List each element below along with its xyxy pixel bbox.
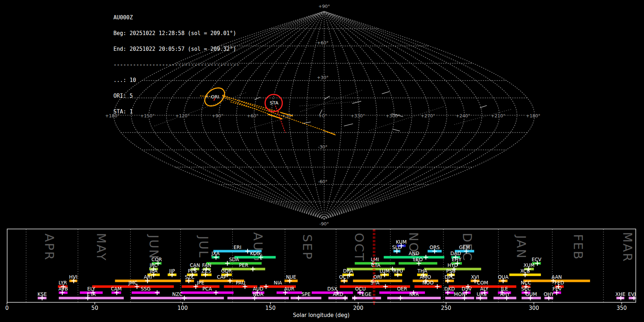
shower-code-label: DRA (343, 268, 353, 274)
lat-label: -30° (318, 144, 328, 150)
shower-EGE: EGE (352, 291, 381, 301)
shower-ORS: ORS (428, 244, 441, 254)
shower-peak-marker (245, 249, 250, 254)
shower-code-label: SPE (302, 291, 311, 297)
month-label-JUN: JUN (147, 234, 161, 259)
shower-code-label: RPU (393, 268, 403, 274)
separator-line: --------------------------------------- (113, 62, 239, 68)
lon-label: +210° (491, 113, 506, 118)
shower-code-label: LYR (59, 280, 67, 286)
shower-peak-marker (352, 296, 357, 301)
shower-code-label: ERI (234, 244, 241, 250)
shower-code-label: FED (555, 280, 564, 286)
radiant-STA: STA (265, 94, 282, 112)
shower-code-label: COM (477, 280, 488, 286)
shower-bar (59, 297, 124, 299)
shower-DPC: DPC (445, 274, 455, 283)
x-tick-label: 0 (5, 305, 9, 311)
month-label-MAR: MAR (620, 232, 635, 262)
shower-code-label: SLD (392, 244, 402, 250)
shower-code-label: EGE (362, 291, 372, 297)
shower-code-label: JEA (150, 268, 158, 274)
shower-code-label: ETA (87, 291, 96, 297)
lat-label: +60° (317, 40, 329, 45)
shower-bar (206, 262, 262, 265)
shower-peak-marker (343, 296, 347, 301)
shower-code-label: NOO (423, 280, 434, 286)
shower-peak-marker (182, 296, 187, 301)
shower-EVI: EVI (628, 291, 636, 301)
shower-peak-marker (296, 296, 301, 301)
shower-code-label: ELY (87, 286, 96, 292)
count-ori: ORI: 5 (113, 93, 239, 99)
shower-code-label: PPS (188, 268, 197, 274)
shower-code-label: KCG (250, 250, 260, 256)
shower-code-label: GEM (459, 244, 470, 250)
shower-code-label: JMC (128, 280, 137, 286)
shower-code-label: ARI (144, 274, 152, 280)
x-tick-label: 300 (529, 305, 539, 311)
shower-DKD: DKD (444, 286, 455, 295)
shower-bar (224, 286, 257, 288)
shower-bar (312, 292, 353, 294)
lat-label: -60° (318, 179, 328, 184)
sporadic-trail (352, 101, 361, 103)
month-label-JUL: JUL (196, 235, 211, 259)
shower-peak-marker (398, 296, 403, 301)
shower-code-label: AUD (253, 286, 264, 292)
shower-code-label: CAP (217, 274, 226, 280)
obs-begin: Beg: 20251022 12:28:58 (sol = 209.01°) (113, 31, 239, 36)
x-tick-label: 350 (616, 305, 627, 311)
shower-code-label: DAD (450, 250, 461, 256)
month-label-OCT: OCT (352, 233, 366, 262)
shower-code-label: DSX (327, 286, 337, 292)
shower-bar (182, 286, 220, 288)
shower-code-label: XUM (523, 262, 535, 268)
plot-canvas: +180°+150°+120°+90°+60°+30°+0°+330°+300°… (0, 0, 644, 322)
shower-code-label: AUR (284, 286, 294, 292)
shower-code-label: DPC (445, 274, 455, 280)
shower-code-label: XHE (615, 291, 625, 297)
sporadic-trail (344, 124, 353, 126)
shower-code-label: AND (409, 250, 419, 256)
shower-bar (228, 297, 289, 299)
pole-label-bottom: -90° (319, 221, 329, 226)
shower-code-label: EVI (628, 291, 636, 297)
shower-bar (181, 292, 234, 294)
shower-code-label: OCU (355, 286, 366, 292)
x-axis (7, 302, 622, 304)
info-panel: AU000Z Beg: 20251022 12:28:58 (sol = 209… (113, 5, 239, 125)
shower-code-label: HVI (69, 274, 77, 280)
shower-peak-marker (250, 267, 255, 272)
shower-code-label: ORS (430, 244, 440, 250)
lon-label: +0° (318, 113, 327, 118)
shower-peak-marker (424, 255, 428, 260)
shower-code-label: PER (239, 262, 248, 268)
shower-code-label: XVI (471, 274, 479, 280)
shower-peak-marker (155, 291, 160, 295)
count-sta: STA: 1 (113, 109, 239, 114)
month-label-MAY: MAY (94, 233, 108, 262)
shower-bar (277, 292, 302, 294)
lon-label: +60° (247, 113, 259, 118)
shower-SZC: SZC (185, 274, 194, 283)
shower-code-label: GUM (526, 291, 537, 297)
shower-NUE: NUE (284, 274, 298, 283)
lon-label: +270° (421, 113, 435, 118)
shower-bar (387, 297, 441, 299)
shower-peak-marker (228, 279, 232, 283)
sporadic-trail (255, 97, 260, 99)
shower-RPU: RPU (393, 268, 403, 277)
shower-code-label: LEO (413, 257, 423, 262)
shower-code-label: OCT (339, 274, 350, 280)
shower-code-label: JRC (149, 262, 157, 268)
sporadic-meteor-trails (206, 92, 487, 131)
shower-code-label: GDR (221, 268, 232, 274)
radiant-plot-screenshot: +180°+150°+120°+90°+60°+30°+0°+330°+300°… (0, 0, 644, 322)
x-tick-label: 150 (265, 305, 276, 311)
shower-code-label: AHY (500, 291, 510, 297)
shower-code-label: QUA (498, 274, 509, 280)
x-tick-label: 100 (177, 305, 188, 311)
obs-end: End: 20251022 20:05:57 (sol = 209.32°) (113, 47, 239, 52)
shower-code-label: ZCS (201, 268, 211, 274)
